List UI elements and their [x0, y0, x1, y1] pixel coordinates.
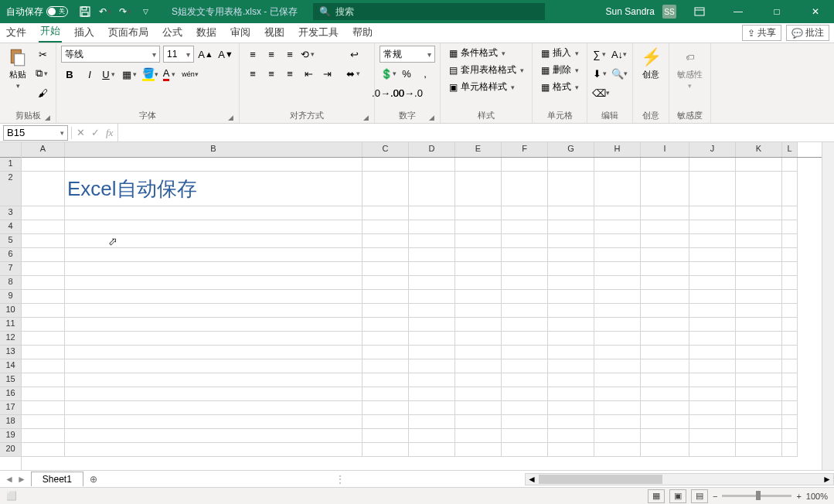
dialog-launcher-icon[interactable]: ◢ — [226, 114, 234, 121]
cell[interactable] — [22, 172, 65, 206]
cell[interactable] — [65, 206, 363, 220]
cell[interactable] — [363, 401, 409, 415]
maximize-button[interactable]: □ — [761, 1, 792, 22]
sort-filter-icon[interactable]: A↓▾ — [611, 46, 628, 63]
cell[interactable] — [455, 359, 502, 373]
conditional-format-button[interactable]: ▦条件格式▾ — [445, 46, 527, 60]
cell[interactable] — [363, 332, 409, 346]
tab-help[interactable]: 帮助 — [351, 22, 374, 43]
cell[interactable] — [455, 220, 502, 234]
cell[interactable] — [689, 276, 736, 290]
font-size-select[interactable]: 11 — [163, 46, 194, 63]
cell[interactable] — [363, 158, 409, 172]
tab-layout[interactable]: 页面布局 — [107, 22, 150, 43]
cell[interactable] — [594, 359, 641, 373]
cell[interactable] — [409, 304, 455, 318]
cell[interactable] — [409, 373, 455, 387]
cell[interactable] — [363, 359, 409, 373]
cell[interactable] — [548, 401, 594, 415]
cell[interactable] — [65, 387, 363, 401]
cell[interactable] — [782, 373, 798, 387]
cell[interactable] — [782, 429, 798, 443]
cell[interactable] — [22, 346, 65, 359]
cell[interactable] — [641, 290, 689, 304]
cell[interactable] — [736, 429, 782, 443]
cell[interactable] — [502, 248, 548, 262]
cell[interactable] — [455, 332, 502, 346]
formula-input[interactable] — [117, 124, 834, 141]
currency-icon[interactable]: 💲▾ — [380, 65, 397, 82]
align-right-icon[interactable]: ≡ — [281, 65, 298, 82]
cell[interactable] — [594, 318, 641, 332]
tab-data[interactable]: 数据 — [195, 22, 218, 43]
cell[interactable] — [594, 387, 641, 401]
cell[interactable] — [782, 332, 798, 346]
cell[interactable] — [782, 290, 798, 304]
align-bottom-icon[interactable]: ≡ — [281, 46, 298, 63]
cell[interactable] — [409, 429, 455, 443]
cell[interactable] — [689, 158, 736, 172]
copy-icon[interactable]: ⧉▾ — [34, 65, 51, 82]
italic-button[interactable]: I — [81, 66, 98, 83]
comments-button[interactable]: 💬批注 — [786, 25, 829, 41]
cell[interactable] — [502, 158, 548, 172]
cell[interactable] — [409, 276, 455, 290]
cell[interactable] — [594, 443, 641, 457]
increase-font-icon[interactable]: A▲ — [197, 46, 214, 63]
cell[interactable] — [22, 318, 65, 332]
cell[interactable] — [455, 206, 502, 220]
cell[interactable] — [409, 359, 455, 373]
cell[interactable] — [641, 359, 689, 373]
cell[interactable] — [409, 387, 455, 401]
zoom-level[interactable]: 100% — [806, 492, 828, 501]
phonetic-icon[interactable]: wén▾ — [182, 66, 199, 83]
user-avatar[interactable]: SS — [662, 5, 676, 19]
cell[interactable] — [363, 290, 409, 304]
fill-color-icon[interactable]: 🪣▾ — [141, 66, 158, 83]
cell[interactable] — [641, 318, 689, 332]
cell[interactable] — [689, 304, 736, 318]
percent-icon[interactable]: % — [398, 65, 415, 82]
cell[interactable] — [548, 429, 594, 443]
cell[interactable] — [594, 429, 641, 443]
row-header[interactable]: 20 — [0, 443, 21, 457]
cell[interactable] — [502, 234, 548, 248]
cell[interactable] — [782, 415, 798, 429]
cell[interactable] — [782, 248, 798, 262]
cell[interactable] — [736, 415, 782, 429]
cell[interactable] — [782, 304, 798, 318]
cell[interactable] — [641, 206, 689, 220]
scroll-left-icon[interactable]: ◄ — [526, 474, 538, 485]
cell[interactable] — [782, 346, 798, 359]
cell[interactable] — [363, 443, 409, 457]
cell[interactable] — [455, 262, 502, 276]
page-break-view-icon[interactable]: ▤ — [691, 489, 708, 503]
cell[interactable] — [363, 262, 409, 276]
select-all-corner[interactable] — [0, 142, 21, 158]
cell[interactable] — [502, 401, 548, 415]
cell[interactable] — [409, 415, 455, 429]
cell[interactable] — [502, 318, 548, 332]
cell[interactable] — [689, 248, 736, 262]
cell[interactable] — [455, 290, 502, 304]
cell[interactable] — [65, 332, 363, 346]
cell[interactable] — [548, 248, 594, 262]
format-painter-icon[interactable]: 🖌 — [34, 84, 51, 101]
cell[interactable] — [736, 387, 782, 401]
user-name[interactable]: Sun Sandra — [606, 6, 655, 17]
horizontal-scrollbar[interactable]: ◄ ► — [525, 473, 834, 485]
cell[interactable] — [363, 206, 409, 220]
increase-indent-icon[interactable]: ⇥ — [318, 65, 335, 82]
confirm-formula-icon[interactable]: ✓ — [91, 127, 100, 138]
page-layout-view-icon[interactable]: ▣ — [669, 489, 686, 503]
cell[interactable] — [409, 290, 455, 304]
name-box[interactable]: B15 — [3, 125, 68, 141]
cell[interactable] — [409, 220, 455, 234]
cell[interactable] — [641, 276, 689, 290]
cell[interactable] — [641, 172, 689, 206]
cell[interactable] — [502, 290, 548, 304]
cell[interactable] — [455, 248, 502, 262]
cell[interactable] — [782, 387, 798, 401]
cell[interactable] — [641, 429, 689, 443]
sensitivity-button[interactable]: 🏷 敏感性▾ — [674, 46, 706, 91]
